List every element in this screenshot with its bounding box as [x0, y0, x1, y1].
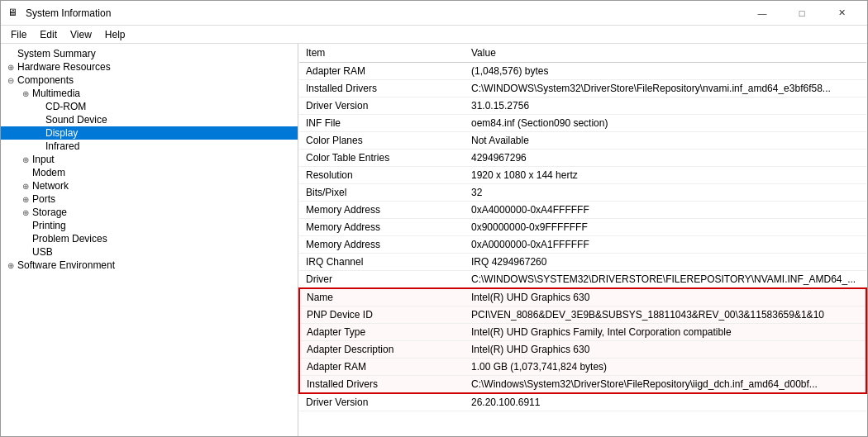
table-row: Bits/Pixel32 — [299, 184, 866, 202]
cell-item: Driver Version — [299, 393, 465, 411]
table-row: Installed DriversC:\Windows\System32\Dri… — [299, 376, 866, 394]
sidebar-item-multimedia[interactable]: ⊕ Multimedia — [1, 87, 298, 100]
col-item: Item — [299, 44, 465, 63]
expander-icon: ⊖ — [4, 76, 17, 85]
sidebar-item-problem-devices[interactable]: Problem Devices — [1, 232, 298, 245]
sidebar-item-label: USB — [32, 246, 53, 258]
cell-item: Resolution — [299, 167, 465, 184]
menu-view[interactable]: View — [64, 27, 98, 42]
sidebar-item-software-environment[interactable]: ⊕ Software Environment — [1, 259, 298, 272]
cell-value: oem84.inf (Section090 section) — [465, 115, 866, 132]
expander-icon: ⊕ — [19, 195, 32, 204]
cell-value: Intel(R) UHD Graphics 630 — [465, 288, 866, 306]
cell-item: Adapter Description — [299, 341, 465, 359]
table-row: Memory Address0x90000000-0x9FFFFFFF — [299, 219, 866, 236]
close-button[interactable]: ✕ — [823, 1, 861, 26]
cell-item: INF File — [299, 115, 465, 132]
cell-value: Intel(R) UHD Graphics 630 — [465, 341, 866, 359]
col-value: Value — [465, 44, 866, 63]
expander-icon: ⊕ — [4, 63, 17, 72]
table-row: INF Fileoem84.inf (Section090 section) — [299, 115, 866, 132]
expander-icon — [32, 142, 45, 151]
cell-value: 31.0.15.2756 — [465, 97, 866, 115]
title-bar-left: 🖥 System Information — [7, 7, 111, 20]
content-area: System Summary ⊕ Hardware Resources ⊖ Co… — [1, 44, 867, 436]
expander-icon: ⊕ — [19, 155, 32, 164]
cell-value: IRQ 4294967260 — [465, 254, 866, 271]
sidebar-item-label: Storage — [32, 207, 67, 218]
window-controls: — □ ✕ — [743, 1, 861, 26]
sidebar-item-label: Multimedia — [32, 88, 80, 99]
sidebar-item-components[interactable]: ⊖ Components — [1, 74, 298, 87]
sidebar-item-storage[interactable]: ⊕ Storage — [1, 206, 298, 219]
cell-value: 32 — [465, 184, 866, 202]
cell-item: Driver Version — [299, 97, 465, 115]
expander-icon — [19, 221, 32, 230]
cell-item: Memory Address — [299, 236, 465, 254]
expander-icon: ⊕ — [4, 261, 17, 270]
expander-icon — [32, 102, 45, 112]
cell-item: Driver — [299, 271, 465, 289]
table-row: PNP Device IDPCI\VEN_8086&DEV_3E9B&SUBSY… — [299, 306, 866, 324]
sidebar-item-modem[interactable]: Modem — [1, 166, 298, 179]
expander-icon: ⊕ — [19, 182, 32, 191]
cell-value: 0xA4000000-0xA4FFFFFF — [465, 202, 866, 219]
cell-item: Memory Address — [299, 219, 465, 236]
menu-help[interactable]: Help — [98, 27, 132, 42]
cell-value: 0x90000000-0x9FFFFFFF — [465, 219, 866, 236]
menu-file[interactable]: File — [4, 27, 33, 42]
sidebar-item-network[interactable]: ⊕ Network — [1, 179, 298, 192]
table-row: DriverC:\WINDOWS\SYSTEM32\DRIVERSTORE\FI… — [299, 271, 866, 289]
expander-icon — [32, 129, 45, 138]
table-row: Color PlanesNot Available — [299, 132, 866, 150]
sidebar-item-label: Infrared — [45, 140, 79, 152]
cell-value: Not Available — [465, 132, 866, 150]
cell-value: 1.00 GB (1,073,741,824 bytes) — [465, 359, 866, 376]
sidebar-item-label: System Summary — [17, 48, 96, 59]
sidebar: System Summary ⊕ Hardware Resources ⊖ Co… — [1, 44, 298, 436]
cell-item: Adapter Type — [299, 324, 465, 341]
cell-value: C:\WINDOWS\System32\DriverStore\FileRepo… — [465, 80, 866, 97]
title-bar: 🖥 System Information — □ ✕ — [1, 1, 867, 26]
sidebar-item-usb[interactable]: USB — [1, 245, 298, 259]
window-title: System Information — [26, 7, 111, 19]
sidebar-item-label: CD-ROM — [45, 101, 86, 112]
sidebar-item-ports[interactable]: ⊕ Ports — [1, 192, 298, 206]
main-panel: Item Value Adapter RAM(1,048,576) bytesI… — [298, 44, 867, 436]
sidebar-item-infrared[interactable]: Infrared — [1, 140, 298, 153]
menu-edit[interactable]: Edit — [33, 27, 64, 42]
sidebar-item-input[interactable]: ⊕ Input — [1, 153, 298, 166]
sidebar-item-system-summary[interactable]: System Summary — [1, 47, 298, 60]
sidebar-item-label: Sound Device — [45, 114, 107, 126]
minimize-button[interactable]: — — [743, 1, 781, 26]
sidebar-item-label: Software Environment — [17, 259, 115, 271]
table-row: Memory Address0xA0000000-0xA1FFFFFF — [299, 236, 866, 254]
maximize-button[interactable]: □ — [783, 1, 821, 26]
cell-item: Adapter RAM — [299, 359, 465, 376]
cell-value: 1920 x 1080 x 144 hertz — [465, 167, 866, 184]
cell-value: 4294967296 — [465, 150, 866, 167]
cell-value: Intel(R) UHD Graphics Family, Intel Corp… — [465, 324, 866, 341]
sidebar-item-cd-rom[interactable]: CD-ROM — [1, 100, 298, 113]
table-row: Adapter DescriptionIntel(R) UHD Graphics… — [299, 341, 866, 359]
table-row: Driver Version26.20.100.6911 — [299, 393, 866, 411]
table-row: NameIntel(R) UHD Graphics 630 — [299, 288, 866, 306]
menu-bar: File Edit View Help — [1, 26, 867, 44]
cell-value: PCI\VEN_8086&DEV_3E9B&SUBSYS_18811043&RE… — [465, 306, 866, 324]
sidebar-item-label: Display — [45, 127, 78, 139]
sidebar-item-label: Printing — [32, 220, 66, 231]
sidebar-item-display[interactable]: Display — [1, 126, 298, 140]
sidebar-item-printing[interactable]: Printing — [1, 219, 298, 232]
sidebar-item-label: Ports — [32, 193, 55, 205]
expander-icon — [32, 116, 45, 125]
cell-item: Color Planes — [299, 132, 465, 150]
cell-item: Bits/Pixel — [299, 184, 465, 202]
expander-icon: ⊕ — [19, 208, 32, 217]
table-row: Driver Version31.0.15.2756 — [299, 97, 866, 115]
table-row: Adapter RAM1.00 GB (1,073,741,824 bytes) — [299, 359, 866, 376]
sidebar-item-hardware-resources[interactable]: ⊕ Hardware Resources — [1, 60, 298, 74]
sidebar-item-sound-device[interactable]: Sound Device — [1, 113, 298, 126]
cell-value: C:\WINDOWS\SYSTEM32\DRIVERSTORE\FILEREPO… — [465, 271, 866, 289]
cell-item: Installed Drivers — [299, 376, 465, 394]
cell-value: (1,048,576) bytes — [465, 63, 866, 80]
